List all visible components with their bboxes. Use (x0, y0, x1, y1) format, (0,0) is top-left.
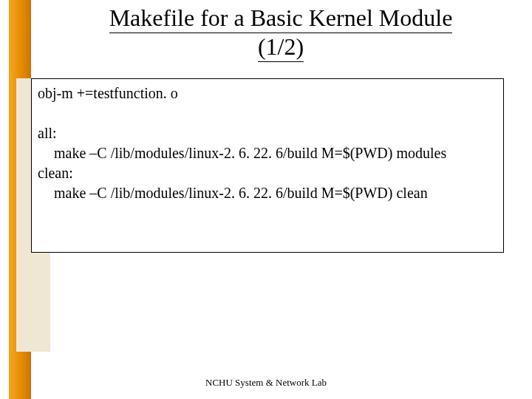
code-blank-1 (38, 103, 497, 123)
code-line-4: clean: (38, 163, 497, 183)
code-line-3: make –C /lib/modules/linux-2. 6. 22. 6/b… (38, 143, 497, 163)
code-line-5: make –C /lib/modules/linux-2. 6. 22. 6/b… (38, 183, 497, 203)
title-line-1: Makefile for a Basic Kernel Module (109, 4, 453, 33)
page-title: Makefile for a Basic Kernel Module (1/2) (44, 4, 517, 62)
title-line-2: (1/2) (258, 33, 304, 62)
code-line-1: obj-m +=testfunction. o (38, 83, 497, 103)
footer-text: NCHU System & Network Lab (0, 377, 532, 389)
slide: Makefile for a Basic Kernel Module (1/2)… (0, 0, 532, 399)
code-line-2: all: (38, 123, 497, 143)
code-box: obj-m +=testfunction. o all: make –C /li… (31, 78, 504, 253)
